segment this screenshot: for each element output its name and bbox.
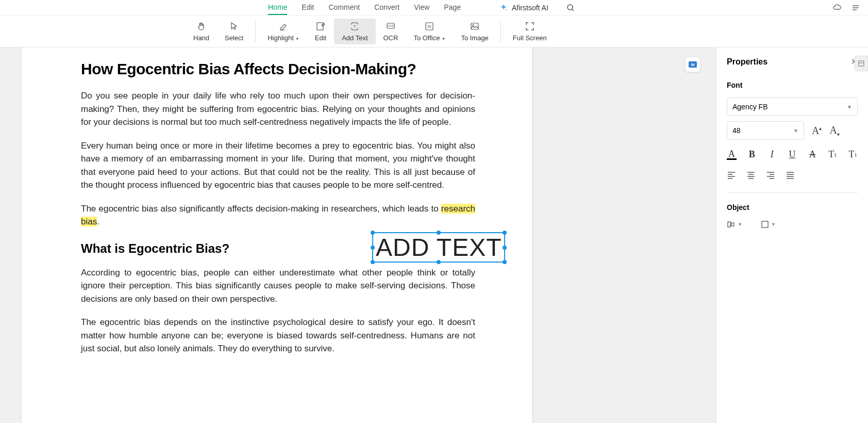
resize-handle[interactable] [371, 231, 375, 235]
align-object-button[interactable]: ▼ [727, 220, 742, 229]
border-object-button[interactable]: ▼ [760, 220, 776, 229]
decrease-font-icon[interactable]: A▾ [829, 124, 839, 137]
text-box-selected[interactable]: ADD TEXT [372, 232, 505, 263]
tab-convert[interactable]: Convert [374, 1, 399, 15]
tab-page[interactable]: Page [444, 1, 461, 15]
superscript-button[interactable]: T1 [828, 149, 838, 160]
svg-rect-15 [731, 223, 734, 226]
document-paragraph: Every human being once or more in their … [81, 139, 475, 192]
strikethrough-button[interactable]: A [808, 149, 817, 160]
chevron-down-icon: ▼ [441, 37, 445, 41]
object-row: ▼ ▼ [727, 220, 858, 229]
align-row [727, 170, 858, 180]
tab-edit[interactable]: Edit [302, 1, 314, 15]
svg-rect-17 [859, 61, 864, 66]
resize-handle[interactable] [503, 260, 507, 264]
document-paragraph: According to egocentric bias, people can… [81, 266, 475, 306]
menu-tabs: Home Edit Comment Convert View Page Afir… [0, 0, 868, 15]
divider [255, 21, 256, 42]
document-paragraph: Do you see people in your daily life who… [81, 89, 475, 129]
tool-hand[interactable]: Hand [186, 19, 217, 44]
align-left-icon[interactable] [727, 170, 736, 180]
tool-ocr[interactable]: OCR OCR [376, 19, 406, 44]
document-page: How Egocentric Bias Affects Decision-Mak… [22, 47, 532, 423]
svg-point-0 [506, 9, 507, 10]
resize-handle[interactable] [503, 231, 507, 235]
word-icon: W [424, 21, 435, 31]
ai-section[interactable]: Afirstsoft AI [499, 4, 548, 12]
font-family-value: Agency FB [732, 103, 767, 111]
tab-view[interactable]: View [414, 1, 429, 15]
panel-header: Properties ✕ [727, 57, 858, 67]
top-right-icons [832, 3, 860, 12]
bold-button[interactable]: B [747, 149, 757, 160]
svg-point-1 [567, 5, 573, 10]
tool-hand-label: Hand [193, 34, 209, 42]
object-section-label: Object [727, 203, 858, 212]
font-size-value: 48 [732, 126, 741, 135]
document-paragraph: The egocentric bias depends on the insti… [81, 316, 475, 355]
tool-to-image[interactable]: To Image [453, 19, 496, 44]
ocr-icon: OCR [386, 21, 396, 31]
font-color-button[interactable]: A [727, 150, 737, 160]
tool-select[interactable]: Select [217, 19, 251, 44]
tool-edit-label: Edit [315, 34, 326, 42]
cloud-icon[interactable] [832, 3, 842, 12]
format-row: A B I U A T1 T1 [727, 149, 858, 160]
word-float-button[interactable]: W [685, 57, 700, 72]
underline-button[interactable]: U [787, 149, 797, 160]
divider [500, 21, 501, 42]
chevron-down-icon: ▼ [295, 37, 299, 41]
tool-to-office-label: To Office▼ [413, 34, 445, 42]
document-paragraph: The egocentric bias also significantly a… [81, 202, 475, 229]
search-icon[interactable] [566, 4, 575, 12]
increase-font-icon[interactable]: A▴ [812, 125, 822, 137]
italic-button[interactable]: I [767, 149, 777, 160]
highlighter-icon [278, 21, 289, 31]
svg-rect-10 [471, 23, 478, 29]
font-size-select[interactable]: 48 ▼ [727, 121, 804, 140]
align-right-icon[interactable] [766, 170, 775, 180]
tabs-center: Home Edit Comment Convert View Page [268, 1, 461, 15]
resize-handle[interactable] [437, 260, 441, 264]
tool-full-screen[interactable]: Full Screen [505, 19, 555, 44]
properties-panel: Properties ✕ Font Agency FB ▼ 48 ▼ A▴ A▾… [716, 47, 868, 423]
svg-rect-16 [762, 221, 768, 227]
tool-to-image-label: To Image [461, 34, 488, 42]
resize-handle[interactable] [371, 246, 375, 250]
tool-to-office[interactable]: W To Office▼ [406, 19, 453, 44]
svg-text:W: W [691, 62, 695, 67]
cursor-icon [229, 21, 239, 31]
side-tab-toggle[interactable] [855, 56, 868, 71]
svg-text:T: T [354, 24, 356, 29]
document-heading-1: How Egocentric Bias Affects Decision-Mak… [81, 60, 475, 78]
main-area: How Egocentric Bias Affects Decision-Mak… [0, 47, 868, 423]
tool-highlight-label: Highlight▼ [268, 34, 299, 42]
tab-home[interactable]: Home [268, 1, 287, 15]
subscript-button[interactable]: T1 [848, 149, 858, 160]
resize-handle[interactable] [371, 260, 375, 264]
font-family-select[interactable]: Agency FB ▼ [727, 97, 858, 116]
svg-rect-14 [728, 222, 730, 227]
panel-divider [727, 192, 858, 193]
svg-point-11 [473, 24, 474, 26]
font-size-row: 48 ▼ A▴ A▾ [727, 121, 858, 140]
svg-line-2 [572, 9, 574, 11]
tool-full-screen-label: Full Screen [513, 34, 547, 42]
add-text-icon: T [349, 21, 360, 31]
tab-comment[interactable]: Comment [328, 1, 360, 15]
document-container[interactable]: How Egocentric Bias Affects Decision-Mak… [0, 47, 716, 423]
align-center-icon[interactable] [746, 170, 756, 180]
tool-highlight[interactable]: Highlight▼ [260, 19, 307, 44]
chevron-down-icon: ▼ [793, 128, 798, 134]
sparkle-icon [499, 4, 508, 12]
tool-add-text[interactable]: T Add Text [334, 19, 375, 44]
ai-label: Afirstsoft AI [512, 4, 548, 12]
tool-edit[interactable]: Edit [307, 19, 334, 44]
text-box-content[interactable]: ADD TEXT [376, 233, 502, 262]
menu-lines-icon[interactable] [851, 3, 860, 12]
resize-handle[interactable] [503, 246, 507, 250]
edit-doc-icon [315, 21, 326, 31]
fullscreen-icon [525, 21, 535, 31]
align-justify-icon[interactable] [786, 170, 795, 180]
